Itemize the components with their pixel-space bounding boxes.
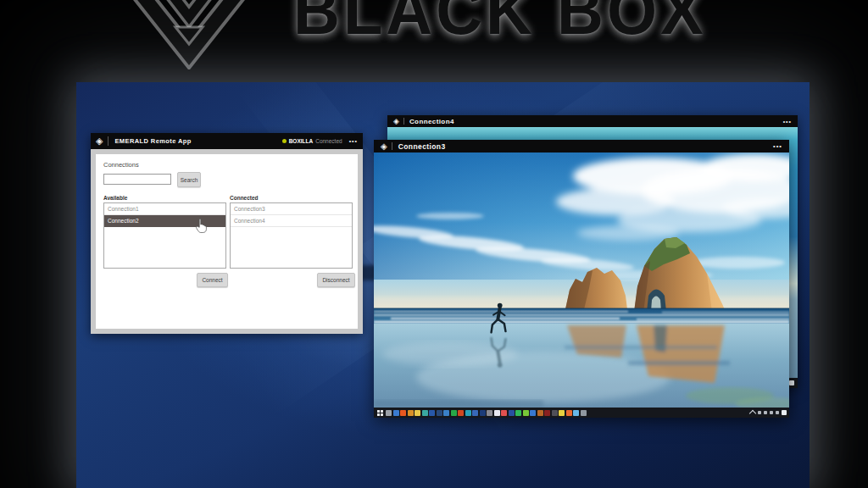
emerald-remote-app-window[interactable]: ◈ EMERALD Remote App BOXILLA Connected •… bbox=[91, 133, 363, 334]
list-item[interactable]: Connection1 bbox=[104, 203, 225, 215]
taskbar-app-icon[interactable] bbox=[581, 410, 587, 416]
status-state: Connected bbox=[315, 138, 342, 144]
taskbar-app-icons[interactable] bbox=[386, 410, 587, 416]
available-list[interactable]: Connection1 Connection2 bbox=[103, 202, 226, 269]
connection3-titlebar[interactable]: ◈ Connection3 ••• bbox=[374, 140, 789, 152]
tray-icon[interactable] bbox=[776, 411, 779, 414]
list-item[interactable]: Connection4 bbox=[231, 215, 352, 227]
connection3-remote-screen[interactable] bbox=[374, 152, 789, 408]
action-center-icon[interactable] bbox=[782, 410, 787, 415]
window-title: Connection4 bbox=[409, 118, 454, 125]
titlebar-separator bbox=[108, 136, 108, 146]
taskbar-app-icon[interactable] bbox=[523, 410, 529, 416]
connected-label: Connected bbox=[230, 195, 259, 201]
taskbar-app-icon[interactable] bbox=[415, 410, 420, 416]
blackbox-diamond-icon: ◈ bbox=[393, 118, 399, 125]
taskbar-app-icon[interactable] bbox=[501, 410, 507, 416]
search-button[interactable]: Search bbox=[177, 172, 201, 187]
window-menu-button[interactable]: ••• bbox=[773, 142, 782, 150]
window-title: Connection3 bbox=[398, 142, 446, 151]
taskbar-app-icon[interactable] bbox=[487, 410, 492, 416]
taskbar-app-icon[interactable] bbox=[566, 410, 572, 416]
connect-button[interactable]: Connect bbox=[197, 273, 228, 287]
tray-icon[interactable] bbox=[758, 411, 761, 414]
status-label: BOXILLA bbox=[289, 138, 314, 144]
disconnect-button[interactable]: Disconnect bbox=[317, 273, 355, 287]
tray-icon[interactable] bbox=[770, 411, 773, 414]
taskbar-app-icon[interactable] bbox=[443, 410, 449, 416]
emerald-titlebar[interactable]: ◈ EMERALD Remote App BOXILLA Connected •… bbox=[91, 133, 363, 149]
taskbar-app-icon[interactable] bbox=[544, 410, 550, 416]
blackbox-diamond-icon: ◈ bbox=[381, 142, 387, 151]
blackbox-branding: BLACK BOX bbox=[0, 0, 868, 76]
taskbar-app-icon[interactable] bbox=[386, 410, 392, 416]
window-menu-button[interactable]: ••• bbox=[783, 119, 792, 125]
taskbar-app-icon[interactable] bbox=[429, 410, 435, 416]
app-menu-button[interactable]: ••• bbox=[349, 138, 358, 144]
windows-desktop[interactable]: ◈ Connection4 ••• ◈ Connection3 ••• bbox=[76, 82, 810, 488]
taskbar-app-icon[interactable] bbox=[494, 410, 500, 416]
blackbox-diamond-icon: ◈ bbox=[96, 136, 103, 146]
taskbar-app-icon[interactable] bbox=[573, 410, 579, 416]
tray-overflow-icon[interactable] bbox=[749, 410, 756, 417]
blackbox-logo-icon bbox=[113, 0, 265, 69]
connection4-titlebar[interactable]: ◈ Connection4 ••• bbox=[387, 115, 798, 127]
connection3-remote-taskbar[interactable] bbox=[374, 408, 789, 418]
app-title: EMERALD Remote App bbox=[114, 137, 191, 145]
blackbox-logo-text: BLACK BOX bbox=[293, 0, 707, 48]
taskbar-app-icon[interactable] bbox=[422, 410, 428, 416]
emerald-content-panel: Connections Search Available Connection1… bbox=[96, 154, 358, 329]
tray-icon[interactable] bbox=[764, 411, 767, 414]
connections-heading: Connections bbox=[103, 161, 139, 169]
taskbar-app-icon[interactable] bbox=[451, 410, 457, 416]
taskbar-app-icon[interactable] bbox=[530, 410, 536, 416]
taskbar-app-icon[interactable] bbox=[559, 410, 565, 416]
titlebar-separator bbox=[392, 142, 392, 150]
search-input[interactable] bbox=[103, 174, 171, 185]
taskbar-app-icon[interactable] bbox=[465, 410, 471, 416]
boxilla-status: BOXILLA Connected bbox=[282, 138, 349, 144]
windows-start-icon[interactable] bbox=[377, 410, 383, 416]
taskbar-app-icon[interactable] bbox=[472, 410, 478, 416]
available-label: Available bbox=[103, 195, 127, 201]
taskbar-app-icon[interactable] bbox=[437, 410, 442, 416]
taskbar-app-icon[interactable] bbox=[400, 410, 406, 416]
taskbar-app-icon[interactable] bbox=[480, 410, 486, 416]
taskbar-app-icon[interactable] bbox=[537, 410, 543, 416]
screenshot-stage: BLACK BOX ◈ Connection4 ••• ◈ bbox=[0, 0, 868, 488]
taskbar-app-icon[interactable] bbox=[408, 410, 414, 416]
taskbar-app-icon[interactable] bbox=[458, 410, 464, 416]
taskbar-app-icon[interactable] bbox=[552, 410, 558, 416]
list-item[interactable]: Connection3 bbox=[231, 203, 352, 215]
connection3-window[interactable]: ◈ Connection3 ••• bbox=[374, 140, 789, 418]
taskbar-app-icon[interactable] bbox=[515, 410, 521, 416]
connected-list[interactable]: Connection3 Connection4 bbox=[230, 202, 353, 269]
taskbar-app-icon[interactable] bbox=[509, 410, 515, 416]
action-center-icon[interactable] bbox=[789, 380, 794, 385]
taskbar-app-icon[interactable] bbox=[393, 410, 399, 416]
status-dot-icon bbox=[282, 139, 287, 143]
hand-cursor-icon bbox=[195, 219, 208, 234]
system-tray[interactable] bbox=[750, 409, 787, 416]
titlebar-separator bbox=[403, 118, 404, 125]
